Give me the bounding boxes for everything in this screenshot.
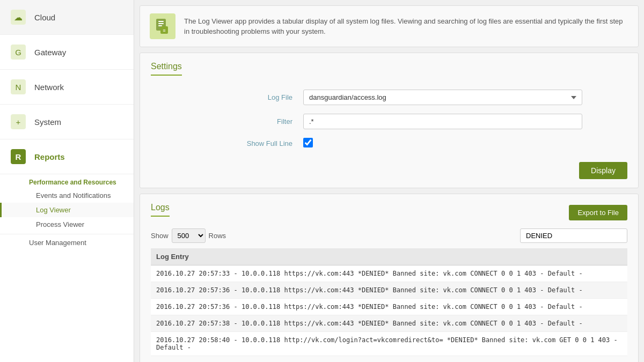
show-label: Show	[151, 232, 169, 240]
log-entry-header: Log Entry	[151, 248, 627, 265]
sidebar-item-processviewer[interactable]: Process Viewer	[0, 217, 134, 232]
show-full-line-label: Show Full Line	[196, 139, 303, 147]
settings-form: Log File dansguardian/access.log syslog …	[151, 90, 627, 149]
svg-text:≡: ≡	[163, 28, 165, 33]
logs-panel: Logs Export to File Show 100 250 500 100…	[140, 194, 639, 362]
settings-panel: Settings Log File dansguardian/access.lo…	[140, 53, 639, 188]
logs-title: Logs	[151, 203, 170, 217]
sidebar-item-cloud-label: Cloud	[34, 13, 55, 22]
svg-text:R: R	[16, 152, 21, 161]
log-file-control: dansguardian/access.log syslog messages …	[303, 90, 582, 105]
info-banner: ≡ The Log Viewer app provides a tabular …	[140, 5, 639, 47]
sidebar-item-events[interactable]: Events and Notifications	[0, 188, 134, 203]
sidebar-item-cloud[interactable]: ☁ Cloud	[0, 0, 134, 35]
log-entry-row: 2016.10.27 20:57:36 - 10.0.0.118 https:/…	[151, 282, 627, 299]
sidebar-item-system-label: System	[34, 117, 61, 127]
reports-icon: R	[9, 147, 28, 166]
sidebar-item-logviewer[interactable]: Log Viewer	[0, 203, 134, 217]
show-full-line-row: Show Full Line	[151, 138, 627, 149]
gateway-icon: G	[9, 42, 28, 62]
network-icon: N	[9, 77, 28, 97]
show-full-line-control	[303, 138, 582, 149]
logs-search	[520, 228, 627, 243]
display-button[interactable]: Display	[579, 162, 627, 179]
log-entry-row: 2016.10.27 20:57:33 - 10.0.0.118 https:/…	[151, 265, 627, 282]
svg-text:☁: ☁	[14, 13, 23, 22]
rows-select[interactable]: 100 250 500 1000	[172, 228, 206, 243]
logs-controls: Show 100 250 500 1000 Rows	[151, 228, 627, 243]
info-banner-text: The Log Viewer app provides a tabular di…	[184, 16, 628, 37]
svg-rect-11	[158, 21, 164, 22]
svg-text:G: G	[15, 48, 21, 57]
sidebar-submenu-section: Performance and Resources	[0, 174, 134, 188]
log-file-label: Log File	[196, 93, 303, 101]
logs-search-input[interactable]	[520, 228, 627, 243]
svg-rect-12	[158, 23, 164, 24]
sidebar-item-network[interactable]: N Network	[0, 70, 134, 105]
export-button[interactable]: Export to File	[569, 205, 627, 220]
main-content: ≡ The Log Viewer app provides a tabular …	[134, 0, 644, 362]
sidebar: ☁ Cloud G Gateway N Network +	[0, 0, 134, 362]
svg-text:+: +	[16, 117, 21, 127]
log-table: Log Entry 2016.10.27 20:57:33 - 10.0.0.1…	[151, 248, 627, 356]
show-full-line-checkbox[interactable]	[303, 138, 313, 147]
filter-control	[303, 114, 582, 129]
settings-title: Settings	[151, 62, 182, 76]
sidebar-item-network-label: Network	[34, 83, 64, 92]
cloud-icon: ☁	[9, 8, 28, 27]
log-file-select[interactable]: dansguardian/access.log syslog messages …	[303, 90, 582, 105]
rows-label: Rows	[209, 232, 226, 240]
sidebar-item-gateway[interactable]: G Gateway	[0, 35, 134, 70]
filter-input[interactable]	[303, 114, 582, 129]
sidebar-item-reports[interactable]: R Reports	[0, 139, 134, 174]
filter-label: Filter	[196, 117, 303, 125]
sidebar-item-reports-label: Reports	[34, 152, 65, 161]
logs-header: Logs Export to File	[151, 203, 627, 222]
sidebar-item-usermanagement[interactable]: User Management	[0, 234, 134, 251]
log-entry-row: 2016.10.27 20:57:38 - 10.0.0.118 https:/…	[151, 315, 627, 332]
system-icon: +	[9, 112, 28, 131]
sidebar-item-system[interactable]: + System	[0, 105, 134, 139]
svg-rect-13	[158, 25, 162, 26]
sidebar-item-gateway-label: Gateway	[34, 48, 66, 57]
log-entry-row: 2016.10.27 20:57:36 - 10.0.0.118 https:/…	[151, 299, 627, 315]
log-entry-row: 2016.10.27 20:58:40 - 10.0.0.118 http://…	[151, 332, 627, 356]
log-viewer-icon: ≡	[150, 13, 175, 39]
sidebar-submenu: Performance and Resources Events and Not…	[0, 174, 134, 251]
svg-text:N: N	[16, 83, 21, 92]
logs-show-controls: Show 100 250 500 1000 Rows	[151, 228, 226, 243]
log-file-row: Log File dansguardian/access.log syslog …	[151, 90, 627, 105]
filter-row: Filter	[151, 114, 627, 129]
